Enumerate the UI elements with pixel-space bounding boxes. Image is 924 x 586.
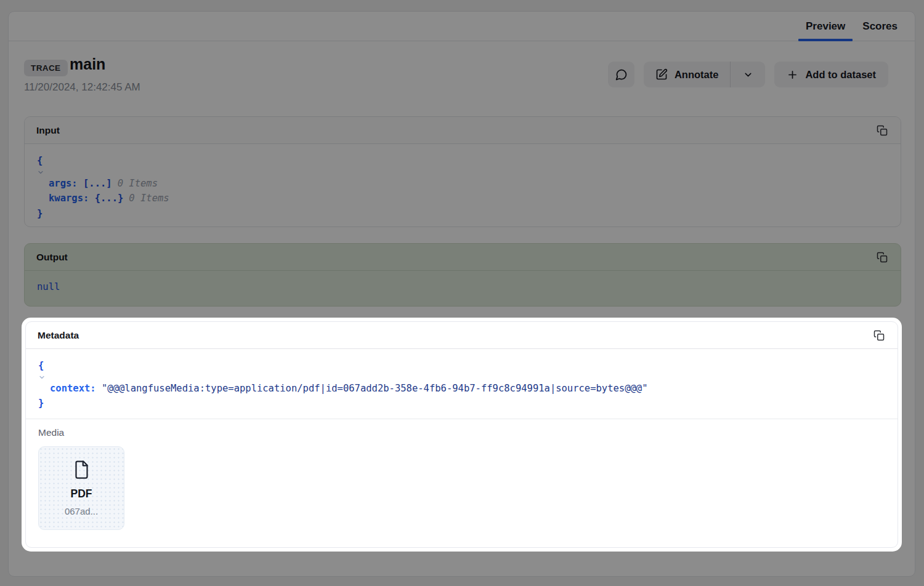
metadata-panel: Metadata { context: "@@@langfuseMedia:ty… [25,321,898,548]
collapse-chevron-icon[interactable] [38,374,885,381]
copy-icon [873,330,885,341]
copy-metadata-button[interactable] [872,329,886,342]
json-key: context: [50,383,96,394]
media-attachment-pdf[interactable]: PDF 067ad... [38,446,124,530]
media-file-id: 067ad... [65,506,98,516]
trace-detail-page: Preview Scores TRACE main 11/20/2024, 12… [0,0,924,586]
json-string-value: "@@@langfuseMedia:type=application/pdf|i… [102,383,648,394]
file-icon [73,460,90,480]
media-section: Media PDF 067ad... [26,419,898,548]
media-file-type: PDF [71,488,92,500]
json-open-brace: { [38,360,44,371]
media-section-label: Media [38,427,885,438]
metadata-panel-title: Metadata [38,330,79,341]
metadata-spotlight: Metadata { context: "@@@langfuseMedia:ty… [22,318,902,552]
metadata-json-viewer: { context: "@@@langfuseMedia:type=applic… [26,349,898,419]
json-close-brace: } [38,398,44,409]
metadata-panel-header: Metadata [26,322,898,349]
